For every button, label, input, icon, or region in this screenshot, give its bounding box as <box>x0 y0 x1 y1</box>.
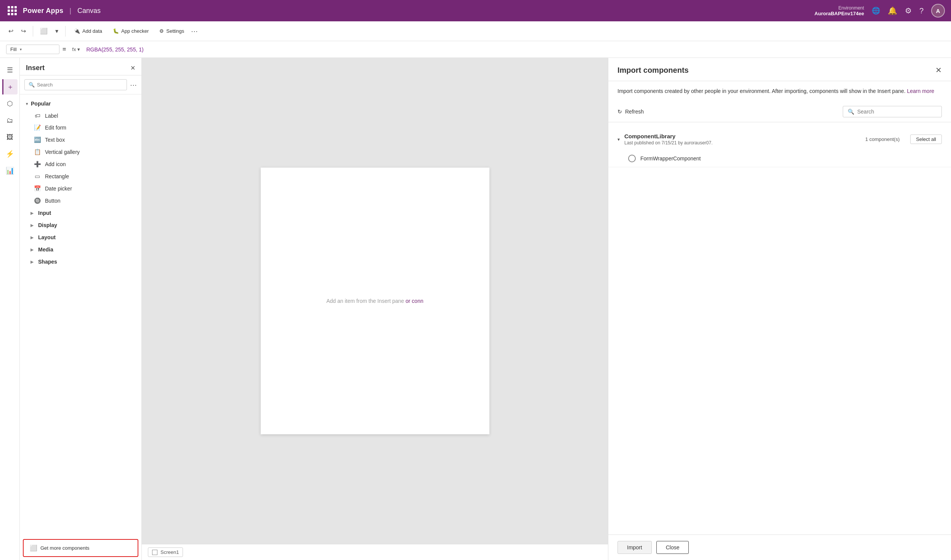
refresh-label: Refresh <box>625 109 644 115</box>
shapes-section-label: Shapes <box>38 259 57 265</box>
fill-label: Fill <box>10 46 17 52</box>
insert-icon[interactable]: ＋ <box>2 79 18 94</box>
insert-list: ▾ Popular 🏷 Label 📝 Edit form 🔤 Text box… <box>20 94 141 536</box>
help-icon[interactable]: ? <box>919 6 924 15</box>
insert-item-text-box[interactable]: 🔤 Text box <box>20 134 141 146</box>
import-button[interactable]: Import <box>617 541 652 554</box>
display-section[interactable]: ▶ Display <box>20 219 141 231</box>
canvas-frame[interactable]: Add an item from the Insert pane or conn <box>261 168 489 434</box>
treeview-icon[interactable]: ☰ <box>2 62 18 78</box>
canvas-placeholder-link[interactable]: or conn <box>406 298 423 304</box>
popular-section-header[interactable]: ▾ Popular <box>20 98 141 110</box>
text-box-item-text: Text box <box>45 137 65 143</box>
insert-close-button[interactable]: ✕ <box>130 64 135 72</box>
component-radio[interactable] <box>628 155 636 162</box>
vertical-gallery-icon: 📋 <box>34 149 41 155</box>
add-data-label: Add data <box>82 28 102 34</box>
add-data-button[interactable]: 🔌 Add data <box>70 26 106 36</box>
layout-section[interactable]: ▶ Layout <box>20 231 141 243</box>
app-checker-button[interactable]: 🐛 App checker <box>109 26 152 36</box>
power-automate-icon[interactable]: ⚡ <box>2 146 18 162</box>
edit-form-item-text: Edit form <box>45 125 66 131</box>
import-search-input[interactable] <box>857 109 937 115</box>
media-icon[interactable]: 🖼 <box>2 130 18 145</box>
input-section-label: Input <box>38 210 51 216</box>
variables-icon[interactable]: 📊 <box>2 163 18 178</box>
get-more-components-button[interactable]: ⬜ Get more components <box>23 539 138 557</box>
app-checker-icon: 🐛 <box>113 28 119 34</box>
canvas-statusbar: Screen1 <box>142 544 608 560</box>
environment-name: AuroraBAPEnv174ee <box>815 11 864 16</box>
canvas-area: Add an item from the Insert pane or conn… <box>142 58 608 560</box>
settings-icon[interactable]: ⚙ <box>905 6 912 15</box>
library-item: ▾ ComponentLibrary Last published on 7/1… <box>608 128 951 167</box>
import-toolbar: ↻ Refresh 🔍 <box>608 101 951 122</box>
insert-item-edit-form[interactable]: 📝 Edit form <box>20 122 141 134</box>
date-picker-icon: 📅 <box>34 185 41 192</box>
add-icon-icon: ➕ <box>34 161 41 168</box>
title-separator: | <box>69 7 71 15</box>
redo-button[interactable]: ↪ <box>19 25 28 37</box>
shapes-section[interactable]: ▶ Shapes <box>20 256 141 268</box>
component-row[interactable]: FormWrapperComponent <box>608 150 951 167</box>
insert-item-vertical-gallery[interactable]: 📋 Vertical gallery <box>20 146 141 158</box>
screen-chip[interactable]: Screen1 <box>148 547 183 557</box>
import-search-box[interactable]: 🔍 <box>843 106 942 117</box>
fill-dropdown-arrow: ▾ <box>20 47 22 51</box>
media-section[interactable]: ▶ Media <box>20 243 141 256</box>
add-icon-item-text: Add icon <box>45 161 66 167</box>
vertical-gallery-item-text: Vertical gallery <box>45 149 80 155</box>
popular-section: ▾ Popular 🏷 Label 📝 Edit form 🔤 Text box… <box>20 98 141 207</box>
import-description: Import components created by other peopl… <box>608 81 951 101</box>
input-chevron-icon: ▶ <box>30 211 34 215</box>
globe-icon[interactable]: 🌐 <box>872 6 880 15</box>
fill-dropdown[interactable]: Fill ▾ <box>6 45 59 54</box>
app-checker-label: App checker <box>121 28 149 34</box>
close-button[interactable]: Close <box>656 541 689 554</box>
fx-button[interactable]: fx ▾ <box>69 45 83 54</box>
media-section-label: Media <box>38 246 53 253</box>
environment-info: Environment AuroraBAPEnv174ee <box>815 5 864 16</box>
component-name: FormWrapperComponent <box>640 155 701 162</box>
undo-button[interactable]: ↩ <box>6 25 16 37</box>
insert-search-box[interactable]: 🔍 <box>24 79 127 90</box>
insert-item-rectangle[interactable]: ▭ Rectangle <box>20 170 141 182</box>
insert-item-label[interactable]: 🏷 Label <box>20 110 141 122</box>
left-sidebar: ☰ ＋ ⬡ 🗂 🖼 ⚡ 📊 <box>0 58 20 560</box>
insert-search-input[interactable] <box>37 82 123 88</box>
app-subtitle: Canvas <box>77 7 101 15</box>
text-box-icon: 🔤 <box>34 136 41 143</box>
app-title: Power Apps <box>23 7 63 15</box>
refresh-button[interactable]: ↻ Refresh <box>617 109 644 115</box>
insert-panel-title: Insert <box>26 64 45 72</box>
shapes-chevron-icon: ▶ <box>30 260 34 264</box>
copy-button[interactable]: ⬜ <box>38 25 50 37</box>
avatar[interactable]: A <box>931 4 945 18</box>
learn-more-link[interactable]: Learn more <box>907 88 935 94</box>
select-all-button[interactable]: Select all <box>910 134 942 144</box>
insert-item-button[interactable]: 🔘 Button <box>20 195 141 207</box>
components-icon[interactable]: ⬡ <box>2 96 18 111</box>
more-options-icon[interactable]: ⋯ <box>191 27 198 35</box>
settings-button[interactable]: ⚙ Settings <box>156 26 188 36</box>
data-icon[interactable]: 🗂 <box>2 113 18 128</box>
app-grid-icon[interactable] <box>6 5 18 17</box>
input-section[interactable]: ▶ Input <box>20 207 141 219</box>
insert-options-button[interactable]: ⋯ <box>130 81 137 89</box>
layout-chevron-icon: ▶ <box>30 235 34 240</box>
insert-item-add-icon[interactable]: ➕ Add icon <box>20 158 141 170</box>
import-title: Import components <box>617 66 689 75</box>
fx-label: fx <box>72 46 76 52</box>
canvas-inner: Add an item from the Insert pane or conn <box>142 58 608 544</box>
import-close-button[interactable]: ✕ <box>935 66 942 75</box>
screen-checkbox[interactable] <box>152 550 157 555</box>
fx-chevron: ▾ <box>77 46 80 52</box>
insert-panel: Insert ✕ 🔍 ⋯ ▾ Popular 🏷 Label <box>20 58 142 560</box>
notification-icon[interactable]: 🔔 <box>888 6 897 15</box>
insert-item-date-picker[interactable]: 📅 Date picker <box>20 182 141 195</box>
library-header[interactable]: ▾ ComponentLibrary Last published on 7/1… <box>608 128 951 150</box>
library-count: 1 component(s) <box>865 136 900 142</box>
import-search-icon: 🔍 <box>848 109 854 115</box>
paste-down-button[interactable]: ▾ <box>53 25 61 37</box>
formula-expression[interactable]: RGBA(255, 255, 255, 1) <box>83 46 951 53</box>
